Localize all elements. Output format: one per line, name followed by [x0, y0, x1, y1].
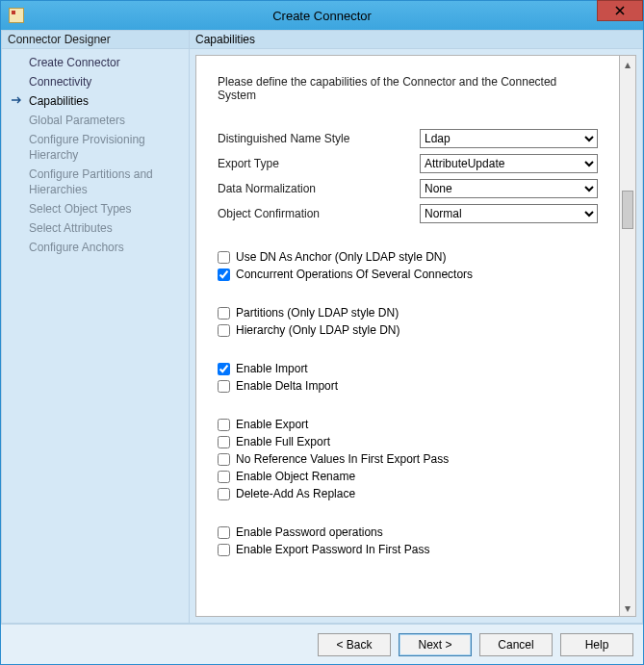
chk-label: Concurrent Operations Of Several Connect…	[236, 268, 473, 281]
back-button[interactable]: < Back	[318, 633, 391, 656]
checkbox[interactable]	[218, 251, 230, 264]
checkbox[interactable]	[218, 269, 230, 281]
dialog-body: Connector Designer Create Connector Conn…	[1, 30, 643, 664]
chk-label: Enable Password operations	[236, 525, 383, 539]
row-obj-conf: Object Confirmation Normal	[218, 204, 598, 223]
window-title: Create Connector	[1, 9, 643, 23]
nav-anchors: Configure Anchors	[2, 238, 189, 257]
intro-text: Please define the capabilities of the Co…	[218, 75, 598, 102]
nav-label: Configure Anchors	[29, 241, 124, 254]
checkbox[interactable]	[218, 380, 230, 393]
checkbox[interactable]	[218, 363, 230, 375]
chk-label: Enable Delta Import	[236, 379, 338, 393]
nav-label: Configure Provisioning Hierarchy	[29, 133, 145, 162]
chk-label: Enable Full Export	[236, 435, 330, 448]
checkbox[interactable]	[218, 419, 230, 431]
label-data-norm: Data Normalization	[218, 182, 420, 195]
chk-label: Delete-Add As Replace	[236, 487, 355, 500]
content-pane: Capabilities Please define the capabilit…	[190, 31, 642, 623]
nav-label: Capabilities	[29, 94, 89, 108]
chk-label: Partitions (Only LDAP style DN)	[236, 306, 399, 320]
chk-hierarchy[interactable]: Hierarchy (Only LDAP style DN)	[218, 323, 598, 337]
chk-enable-obj-rename[interactable]: Enable Object Rename	[218, 470, 598, 483]
button-bar: < Back Next > Cancel Help	[1, 624, 643, 664]
nav-object-types: Select Object Types	[2, 199, 189, 218]
checkbox[interactable]	[218, 544, 230, 556]
row-export-type: Export Type AttributeUpdate	[218, 154, 598, 173]
chk-label: No Reference Values In First Export Pass	[236, 452, 449, 466]
row-dn-style: Distinguished Name Style Ldap	[218, 129, 598, 148]
content-header: Capabilities	[190, 31, 642, 49]
chk-use-dn-anchor[interactable]: Use DN As Anchor (Only LDAP style DN)	[218, 250, 598, 264]
nav-connectivity[interactable]: Connectivity	[2, 72, 189, 91]
sidebar: Connector Designer Create Connector Conn…	[2, 31, 190, 623]
panel-wrap: Please define the capabilities of the Co…	[190, 49, 642, 623]
checkbox[interactable]	[218, 526, 230, 539]
columns: Connector Designer Create Connector Conn…	[1, 30, 643, 624]
close-button[interactable]	[597, 0, 643, 21]
nav-provisioning-hierarchy: Configure Provisioning Hierarchy	[2, 130, 189, 165]
scroll-down-icon[interactable]: ▾	[620, 600, 635, 616]
chk-label: Enable Import	[236, 362, 308, 375]
sidebar-header: Connector Designer	[2, 31, 189, 49]
next-button[interactable]: Next >	[399, 633, 472, 656]
select-data-norm[interactable]: None	[420, 179, 598, 198]
chk-no-ref-values[interactable]: No Reference Values In First Export Pass	[218, 452, 598, 466]
label-dn-style: Distinguished Name Style	[218, 132, 420, 145]
chk-delete-add-replace[interactable]: Delete-Add As Replace	[218, 487, 598, 500]
chk-enable-export[interactable]: Enable Export	[218, 418, 598, 431]
nav-label: Global Parameters	[29, 114, 125, 127]
chk-partitions[interactable]: Partitions (Only LDAP style DN)	[218, 306, 598, 320]
vertical-scrollbar[interactable]: ▴ ▾	[620, 55, 636, 617]
select-obj-conf[interactable]: Normal	[420, 204, 598, 223]
nav-label: Select Object Types	[29, 202, 132, 216]
nav-label: Select Attributes	[29, 221, 113, 235]
chk-label: Enable Object Rename	[236, 470, 355, 483]
chk-label: Enable Export Password In First Pass	[236, 543, 429, 556]
checkbox[interactable]	[218, 307, 230, 320]
checkbox[interactable]	[218, 453, 230, 466]
close-icon	[615, 6, 625, 15]
help-button[interactable]: Help	[560, 633, 633, 656]
nav-create-connector[interactable]: Create Connector	[2, 53, 189, 72]
chk-label: Use DN As Anchor (Only LDAP style DN)	[236, 250, 447, 264]
chk-enable-delta-import[interactable]: Enable Delta Import	[218, 379, 598, 393]
chk-label: Enable Export	[236, 418, 308, 431]
nav-global-parameters: Global Parameters	[2, 111, 189, 130]
scroll-up-icon[interactable]: ▴	[620, 56, 635, 72]
label-export-type: Export Type	[218, 157, 420, 170]
chk-label: Hierarchy (Only LDAP style DN)	[236, 323, 399, 337]
titlebar: Create Connector	[1, 1, 643, 30]
label-obj-conf: Object Confirmation	[218, 207, 420, 220]
nav-attributes: Select Attributes	[2, 218, 189, 238]
nav-label: Connectivity	[29, 75, 91, 89]
checkbox[interactable]	[218, 471, 230, 483]
chk-enable-full-export[interactable]: Enable Full Export	[218, 435, 598, 448]
scroll-thumb[interactable]	[622, 191, 633, 229]
chk-enable-export-pwd-first[interactable]: Enable Export Password In First Pass	[218, 543, 598, 556]
chk-enable-pwd-ops[interactable]: Enable Password operations	[218, 525, 598, 539]
checkbox[interactable]	[218, 324, 230, 337]
nav-label: Configure Partitions and Hierarchies	[29, 167, 153, 196]
select-export-type[interactable]: AttributeUpdate	[420, 154, 598, 173]
select-dn-style[interactable]: Ldap	[420, 129, 598, 148]
chk-enable-import[interactable]: Enable Import	[218, 362, 598, 375]
checkbox[interactable]	[218, 436, 230, 448]
chk-concurrent-ops[interactable]: Concurrent Operations Of Several Connect…	[218, 268, 598, 281]
nav-partitions-hierarchies: Configure Partitions and Hierarchies	[2, 165, 189, 199]
capabilities-panel: Please define the capabilities of the Co…	[195, 55, 620, 617]
cancel-button[interactable]: Cancel	[479, 633, 553, 656]
nav-capabilities[interactable]: Capabilities	[2, 91, 189, 111]
row-data-norm: Data Normalization None	[218, 179, 598, 198]
dialog-window: Create Connector Connector Designer Crea…	[0, 0, 644, 665]
checkbox[interactable]	[218, 488, 230, 500]
arrow-right-icon	[12, 94, 23, 106]
nav-label: Create Connector	[29, 56, 120, 69]
nav-list: Create Connector Connectivity Capabiliti…	[2, 49, 189, 257]
